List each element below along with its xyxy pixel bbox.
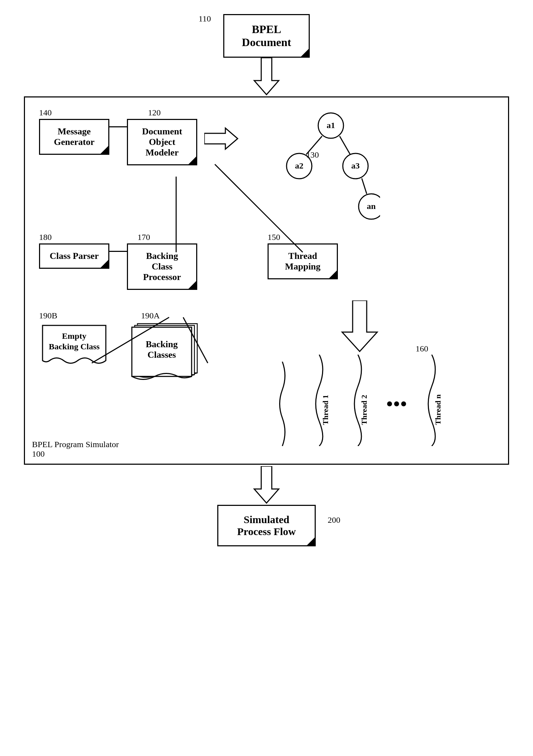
row1: 140 MessageGenerator 120 DocumentObjectM… [39,108,494,222]
svg-line-12 [362,178,367,194]
svg-text:Thread 1: Thread 1 [321,395,330,425]
svg-point-24 [394,401,399,406]
label-200: 200 [328,515,340,525]
msg-gen-col: 140 MessageGenerator [39,108,109,155]
svg-marker-31 [254,466,279,503]
thread-mapping-col: 150 ThreadMapping [268,233,338,279]
bpel-document-box: BPELDocument [223,14,310,58]
svg-text:Backing: Backing [146,339,178,349]
simulated-process-flow-section: SimulatedProcess Flow 200 [217,505,316,546]
svg-marker-0 [254,58,279,95]
thread-mapping-box: ThreadMapping [268,243,338,279]
simulated-process-flow-box: SimulatedProcess Flow [217,505,316,546]
simulator-box: 140 MessageGenerator 120 DocumentObjectM… [24,96,509,465]
thread-1 [270,362,295,446]
class-parser-col: 180 Class Parser [39,233,109,269]
threads-col: 160 Thread 1 [225,300,494,446]
label-150: 150 [268,233,280,242]
label-160: 160 [416,344,428,354]
bpel-document-section: 110 BPELDocument [223,14,310,58]
backing-classes-stacked: Backing Classes [130,322,204,385]
svg-line-11 [340,136,350,154]
threads-svg: Thread 1 Thread 2 T [302,355,449,446]
tree-svg: a1 a2 a3 an [246,108,380,221]
bcp-col: 170 BackingClassProcessor [127,233,197,290]
svg-text:Thread 2: Thread 2 [360,395,368,425]
empty-backing-class-col: 190B Empty Backing Class [39,311,109,373]
svg-marker-20 [342,300,377,351]
label-110: 110 [199,14,211,24]
svg-text:Classes: Classes [148,350,176,360]
label-190b: 190B [39,311,57,320]
label-170: 170 [137,233,150,242]
arrow-down-2 [249,466,284,505]
svg-point-23 [387,401,392,406]
svg-text:a1: a1 [327,121,335,130]
dom-col: 120 DocumentObjectModeler [127,108,197,165]
svg-text:an: an [367,202,375,211]
empty-backing-class-box: Empty Backing Class [39,322,109,373]
dom-to-tree-arrow [204,126,239,151]
threads-area: 160 Thread 1 [270,355,449,446]
simulator-label: BPEL Program Simulator 100 [32,440,119,459]
label-180: 180 [39,233,52,242]
svg-text:Thread n: Thread n [434,394,442,425]
arrow-down-1 [249,58,284,96]
label-120: 120 [148,108,161,117]
label-140: 140 [39,108,52,117]
cp-to-bcp-connector [109,251,127,252]
svg-marker-1 [204,128,238,149]
document-object-modeler-box: DocumentObjectModeler [127,119,197,165]
backing-class-processor-box: BackingClassProcessor [127,243,197,290]
big-down-arrow [337,300,383,355]
tree-area: 130 a1 a2 a3 an [246,108,494,222]
label-130: 130 [306,150,319,160]
svg-text:Empty: Empty [62,331,86,341]
row2: 180 Class Parser 170 BackingClassProcess… [39,233,494,290]
simulator-label-text: BPEL Program Simulator [32,440,119,449]
diagram-wrapper: 110 BPELDocument 140 MessageGenerator [21,14,512,546]
svg-text:a3: a3 [351,161,360,170]
simulator-number: 100 [32,449,45,458]
backing-classes-col: 190A [130,311,204,385]
mg-to-dom-connector [109,126,127,127]
svg-text:Backing Class: Backing Class [49,342,100,351]
sim-inner: 140 MessageGenerator 120 DocumentObjectM… [39,108,494,446]
svg-text:a2: a2 [295,161,303,170]
message-generator-box: MessageGenerator [39,119,109,155]
row3: 190B Empty Backing Class 190A [39,300,494,446]
class-parser-box: Class Parser [39,243,109,269]
svg-point-25 [401,401,406,406]
label-190a: 190A [141,311,160,320]
